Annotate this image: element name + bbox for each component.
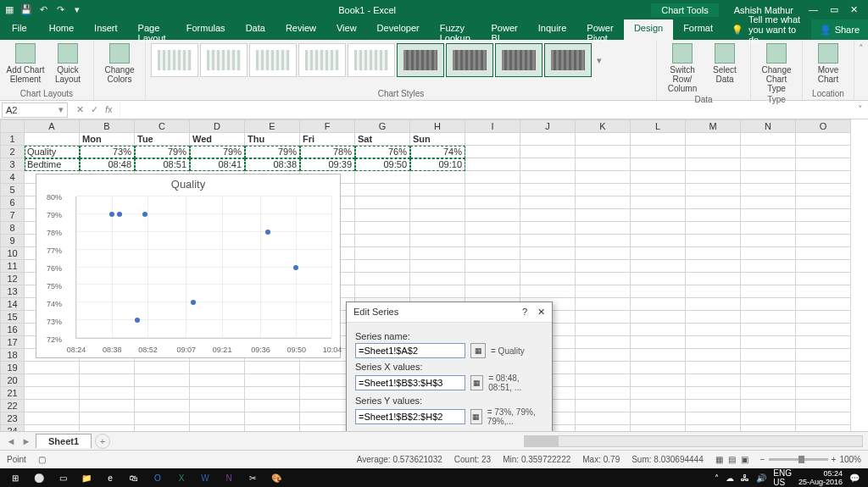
cell-M4[interactable] (686, 171, 741, 184)
cell-M1[interactable] (686, 133, 741, 146)
cell-I3[interactable] (465, 158, 520, 171)
cell-N19[interactable] (741, 362, 796, 374)
restore-icon[interactable]: ▭ (830, 4, 838, 15)
cell-D1[interactable]: Wed (190, 133, 245, 146)
range-selector-icon[interactable]: ▦ (470, 375, 483, 390)
cell-H7[interactable] (410, 209, 465, 222)
select-all-cell[interactable] (1, 120, 25, 133)
cell-K15[interactable] (576, 311, 631, 324)
cell-G6[interactable] (355, 196, 410, 209)
change-colors-button[interactable]: Change Colors (99, 43, 140, 84)
chart-style-gallery[interactable]: ▾ (151, 43, 651, 77)
cell-K13[interactable] (576, 285, 631, 298)
cell-K17[interactable] (576, 336, 631, 349)
cell-L18[interactable] (631, 349, 686, 362)
cell-N3[interactable] (741, 158, 796, 171)
tab-formulas[interactable]: Formulas (176, 19, 236, 40)
cell-A22[interactable] (25, 400, 80, 412)
cell-J4[interactable] (520, 171, 576, 184)
record-macro-icon[interactable]: ▢ (38, 455, 46, 464)
name-box[interactable]: A2 ▾ (2, 102, 68, 118)
cell-K7[interactable] (576, 209, 631, 222)
cell-G4[interactable] (355, 171, 410, 184)
column-header-M[interactable]: M (686, 120, 741, 133)
cell-B2[interactable]: 73% (80, 146, 135, 158)
column-header-B[interactable]: B (80, 120, 135, 133)
tray-clock[interactable]: 05:2425-Aug-2016 (798, 469, 843, 486)
cell-O1[interactable] (796, 133, 851, 146)
tell-me[interactable]: 💡 Tell me what you want to do (723, 19, 811, 40)
column-header-J[interactable]: J (520, 120, 576, 133)
cell-B19[interactable] (80, 362, 135, 374)
chart-style-2[interactable] (200, 43, 248, 77)
cell-M19[interactable] (686, 362, 741, 374)
cell-O4[interactable] (796, 171, 851, 184)
cell-L22[interactable] (631, 400, 686, 412)
cell-L1[interactable] (631, 133, 686, 146)
series-input-0[interactable] (355, 343, 465, 358)
cell-I13[interactable] (465, 285, 520, 298)
cell-O20[interactable] (796, 374, 851, 387)
cell-O17[interactable] (796, 336, 851, 349)
cell-M16[interactable] (686, 324, 741, 336)
row-header-12[interactable]: 12 (1, 273, 25, 285)
sheet-nav-next-icon[interactable]: ► (20, 436, 32, 446)
cell-H6[interactable] (410, 196, 465, 209)
name-box-dropdown-icon[interactable]: ▾ (58, 104, 64, 115)
cell-K18[interactable] (576, 349, 631, 362)
row-header-14[interactable]: 14 (1, 298, 25, 311)
cell-D20[interactable] (190, 374, 245, 387)
cell-K16[interactable] (576, 324, 631, 336)
cell-N9[interactable] (741, 235, 796, 247)
expand-formula-icon[interactable]: ˅ (853, 104, 868, 115)
cell-L19[interactable] (631, 362, 686, 374)
formula-input[interactable] (120, 102, 853, 118)
cell-D2[interactable]: 79% (190, 146, 245, 158)
cell-N13[interactable] (741, 285, 796, 298)
cell-K3[interactable] (576, 158, 631, 171)
cell-N22[interactable] (741, 400, 796, 412)
cell-E1[interactable]: Thu (245, 133, 300, 146)
range-selector-icon[interactable]: ▦ (470, 409, 482, 424)
cell-M8[interactable] (686, 222, 741, 235)
cell-O13[interactable] (796, 285, 851, 298)
cell-D19[interactable] (190, 362, 245, 374)
column-header-E[interactable]: E (245, 120, 300, 133)
cell-B21[interactable] (80, 387, 135, 400)
cell-A3[interactable]: Bedtime (25, 158, 80, 171)
row-header-20[interactable]: 20 (1, 374, 25, 387)
series-input-1[interactable] (355, 375, 465, 390)
cell-M23[interactable] (686, 412, 741, 425)
row-header-8[interactable]: 8 (1, 222, 25, 235)
chart-title[interactable]: Quality (36, 174, 340, 194)
cell-H13[interactable] (410, 285, 465, 298)
cell-M13[interactable] (686, 285, 741, 298)
row-header-21[interactable]: 21 (1, 387, 25, 400)
search-icon[interactable]: ⚪ (27, 469, 51, 486)
cell-O9[interactable] (796, 235, 851, 247)
cell-G9[interactable] (355, 235, 410, 247)
onenote-icon[interactable]: N (217, 469, 241, 486)
file-explorer-icon[interactable]: 📁 (75, 469, 98, 486)
cell-L7[interactable] (631, 209, 686, 222)
close-icon[interactable]: ✕ (850, 4, 858, 15)
cell-K10[interactable] (576, 247, 631, 260)
cell-M5[interactable] (686, 184, 741, 196)
undo-icon[interactable]: ↶ (37, 4, 49, 16)
cell-C21[interactable] (135, 387, 190, 400)
cell-H9[interactable] (410, 235, 465, 247)
cell-K23[interactable] (576, 412, 631, 425)
share-button[interactable]: 👤 Share (811, 19, 868, 40)
cell-L13[interactable] (631, 285, 686, 298)
change-chart-type-button[interactable]: Change Chart Type (756, 43, 797, 93)
cell-A20[interactable] (25, 374, 80, 387)
cell-L20[interactable] (631, 374, 686, 387)
column-header-K[interactable]: K (576, 120, 631, 133)
cell-J1[interactable] (520, 133, 576, 146)
column-header-L[interactable]: L (631, 120, 686, 133)
cell-I5[interactable] (465, 184, 520, 196)
cell-I11[interactable] (465, 260, 520, 273)
move-chart-button[interactable]: Move Chart (808, 43, 849, 84)
new-sheet-button[interactable]: + (95, 434, 110, 449)
cell-G10[interactable] (355, 247, 410, 260)
